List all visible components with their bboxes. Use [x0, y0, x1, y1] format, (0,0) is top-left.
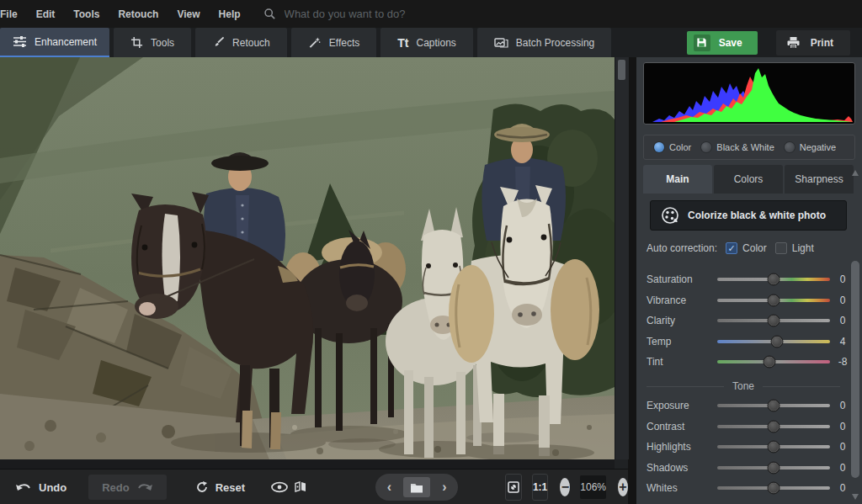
mode-color[interactable]: Color [654, 142, 691, 152]
slider-handle[interactable] [768, 482, 780, 495]
slider-track[interactable] [717, 481, 830, 495]
canvas-vertical-scrollbar[interactable] [615, 57, 629, 459]
zoom-out-button[interactable]: − [560, 478, 570, 496]
checkbox-color[interactable]: ✓ [726, 242, 737, 254]
slider-handle[interactable] [768, 315, 780, 327]
next-image-button[interactable]: › [439, 480, 450, 495]
slider-label: Clarity [646, 315, 717, 326]
tone-title: Tone [732, 380, 754, 392]
slider-label: Tint [646, 356, 717, 368]
menu-file[interactable]: File [0, 8, 27, 20]
undo-button[interactable]: Undo [5, 475, 77, 500]
magic-wand-icon [308, 36, 322, 49]
tab-batch-processing[interactable]: Batch Processing [477, 28, 611, 57]
slider-handle[interactable] [768, 294, 780, 306]
slider-label: Saturation [646, 273, 717, 285]
slider-handle[interactable] [763, 356, 775, 369]
mode-label: Negative [800, 142, 836, 152]
print-label: Print [811, 37, 833, 49]
panel-scrollbar[interactable] [851, 170, 860, 500]
tab-enhancement[interactable]: Enhancement [0, 28, 109, 57]
tab-retouch[interactable]: Retouch [195, 28, 287, 57]
slider-label: Whites [646, 482, 717, 494]
radio-negative[interactable] [785, 142, 795, 152]
save-button[interactable]: Save [687, 31, 758, 55]
color-sliders: Saturation 0 Vibrance 0 Clarity 0 Temp 4… [636, 269, 862, 373]
photo-editor-window: File Edit Tools Retouch View Help Enhanc… [0, 0, 862, 504]
color-mode-group: Color Black & White Negative [643, 135, 855, 160]
slider-track[interactable] [717, 314, 830, 327]
slider-vibrance: Vibrance 0 [636, 290, 862, 311]
slider-whites: Whites 0 [636, 478, 862, 499]
slider-track[interactable] [717, 355, 830, 369]
menu-retouch[interactable]: Retouch [109, 8, 168, 20]
panel-tab-main[interactable]: Main [643, 165, 712, 194]
slider-label: Highlights [646, 441, 717, 453]
slider-label: Contrast [646, 421, 717, 432]
checkbox-light[interactable] [775, 242, 787, 254]
slider-handle[interactable] [768, 420, 780, 432]
zoom-level-value: 106% [580, 475, 606, 499]
radio-black-white[interactable] [701, 142, 711, 152]
fit-to-screen-button[interactable] [505, 474, 521, 501]
slider-label: Vibrance [646, 294, 717, 306]
search-input[interactable] [283, 7, 556, 21]
tab-effects[interactable]: Effects [291, 28, 376, 57]
reset-button[interactable]: Reset [185, 475, 255, 500]
undo-icon [15, 481, 32, 493]
tab-tools[interactable]: Tools [114, 28, 191, 57]
mode-negative[interactable]: Negative [785, 142, 836, 152]
slider-track[interactable] [717, 335, 830, 348]
slider-track[interactable] [717, 399, 830, 412]
slider-handle[interactable] [768, 400, 780, 412]
menu-bar: File Edit Tools Retouch View Help [0, 0, 862, 28]
tab-label: Captions [416, 37, 455, 49]
brush-icon [212, 36, 225, 49]
photo-canvas[interactable] [0, 57, 615, 459]
redo-label: Redo [102, 481, 130, 494]
mode-label: Black & White [716, 142, 774, 152]
slider-clarity: Clarity 0 [636, 310, 862, 332]
tab-captions[interactable]: Tt Captions [380, 28, 473, 57]
radio-color[interactable] [654, 142, 664, 152]
eye-icon [270, 481, 289, 493]
previous-image-button[interactable]: ‹ [384, 480, 395, 495]
slider-handle[interactable] [768, 273, 780, 286]
slider-handle[interactable] [768, 461, 780, 474]
before-after-compare-button[interactable] [292, 475, 310, 500]
actual-size-button[interactable]: 1:1 [532, 474, 548, 501]
colorize-button[interactable]: Colorize black & white photo [650, 200, 847, 231]
open-folder-button[interactable] [403, 477, 430, 497]
print-button[interactable]: Print [776, 30, 850, 56]
canvas-horizontal-scrollbar[interactable] [0, 459, 615, 469]
slider-track[interactable] [717, 420, 830, 433]
panel-tab-sharpness[interactable]: Sharpness [785, 165, 854, 194]
image-canvas-area [0, 57, 628, 469]
tab-label: Retouch [232, 37, 270, 49]
panel-scrollbar-thumb[interactable] [851, 261, 859, 478]
crop-icon [130, 36, 143, 49]
scroll-up-arrow-icon[interactable] [852, 170, 859, 176]
save-label: Save [719, 37, 742, 49]
redo-icon [136, 481, 153, 493]
slider-track[interactable] [717, 294, 830, 307]
slider-handle[interactable] [768, 441, 780, 454]
mode-black-white[interactable]: Black & White [701, 142, 774, 152]
canvas-scrollbar-thumb[interactable] [618, 60, 625, 80]
search-icon [263, 8, 276, 20]
show-original-button[interactable] [270, 475, 289, 500]
slider-track[interactable] [717, 461, 830, 475]
menu-help[interactable]: Help [210, 8, 250, 20]
redo-button[interactable]: Redo [88, 475, 167, 500]
zoom-in-button[interactable]: + [618, 478, 628, 496]
slider-track[interactable] [717, 440, 830, 454]
slider-handle[interactable] [771, 335, 784, 347]
tool-tab-bar: Enhancement Tools Retouch Effects Tt Cap… [0, 28, 862, 57]
mode-label: Color [669, 142, 691, 152]
menu-tools[interactable]: Tools [64, 8, 109, 20]
slider-track[interactable] [717, 273, 830, 286]
menu-edit[interactable]: Edit [27, 8, 65, 20]
panel-tab-colors[interactable]: Colors [714, 165, 783, 194]
menu-view[interactable]: View [168, 8, 209, 20]
scroll-down-arrow-icon[interactable] [852, 494, 859, 500]
